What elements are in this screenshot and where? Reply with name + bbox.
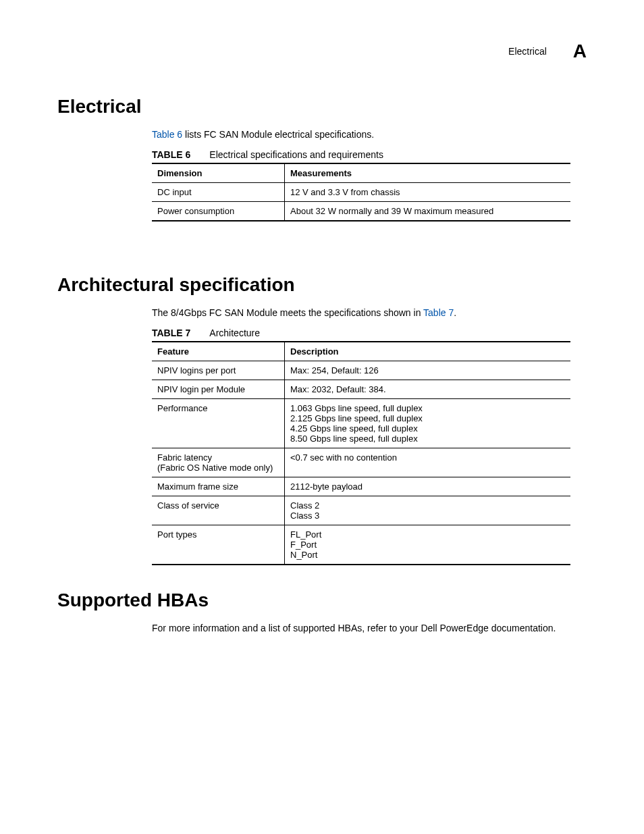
table7-cell: Performance (152, 398, 285, 448)
table6-caption: TABLE 6Electrical specifications and req… (152, 149, 587, 160)
table6-th-measurements: Measurements (285, 163, 571, 183)
table7-cell: NPIV logins per port (152, 361, 285, 380)
table7: Feature Description NPIV logins per port… (152, 341, 570, 565)
table7-cell: Class 2 Class 3 (285, 496, 571, 525)
table-row: Fabric latency (Fabric OS Native mode on… (152, 448, 570, 477)
table-row: Class of service Class 2 Class 3 (152, 496, 570, 525)
table7-cell: 2112-byte payload (285, 477, 571, 496)
table7-th-feature: Feature (152, 342, 285, 361)
appendix-letter: A (573, 41, 587, 61)
heading-electrical: Electrical (57, 96, 587, 118)
table-row: NPIV logins per port Max: 254, Default: … (152, 361, 570, 380)
table7-cell: FL_Port F_Port N_Port (285, 525, 571, 565)
heading-supported-hbas: Supported HBAs (57, 590, 587, 611)
table-row: Performance 1.063 Gbps line speed, full … (152, 398, 570, 448)
table6-cell: 12 V and 3.3 V from chassis (285, 182, 571, 201)
page: Electrical A Electrical Table 6 lists FC… (0, 0, 644, 683)
table-row: NPIV login per Module Max: 2032, Default… (152, 380, 570, 398)
architectural-intro: The 8/4Gbps FC SAN Module meets the spec… (152, 307, 587, 319)
table7-caption: TABLE 7Architecture (152, 328, 587, 338)
table7-cell: Maximum frame size (152, 477, 285, 496)
table-row: Maximum frame size 2112-byte payload (152, 477, 570, 496)
table7-cell: <0.7 sec with no contention (285, 448, 571, 477)
table7-number: TABLE 7 (152, 328, 190, 338)
hbas-text: For more information and a list of suppo… (152, 622, 587, 635)
header-section-label: Electrical (508, 46, 547, 57)
table7-cell: Port types (152, 525, 285, 565)
table6-number: TABLE 6 (152, 149, 190, 160)
table7-cell: 1.063 Gbps line speed, full duplex 2.125… (285, 398, 571, 448)
table6-th-dimension: Dimension (152, 163, 285, 183)
table7-cell: Fabric latency (Fabric OS Native mode on… (152, 448, 285, 477)
table6-title: Electrical specifications and requiremen… (209, 149, 383, 160)
table-row: Power consumption About 32 W normally an… (152, 201, 570, 221)
table6: Dimension Measurements DC input 12 V and… (152, 163, 570, 221)
table7-cell: Max: 2032, Default: 384. (285, 380, 571, 398)
table-row: DC input 12 V and 3.3 V from chassis (152, 182, 570, 201)
table7-cell: Class of service (152, 496, 285, 525)
section-architectural-body: The 8/4Gbps FC SAN Module meets the spec… (152, 307, 587, 565)
table7-cell: Max: 254, Default: 126 (285, 361, 571, 380)
table7-th-description: Description (285, 342, 571, 361)
page-header: Electrical A (57, 41, 587, 62)
table6-cell: About 32 W normally and 39 W maximum mea… (285, 201, 571, 221)
section-electrical-body: Table 6 lists FC SAN Module electrical s… (152, 128, 587, 221)
table6-cell: Power consumption (152, 201, 285, 221)
table7-link[interactable]: Table 7 (423, 307, 454, 318)
architectural-intro-pre: The 8/4Gbps FC SAN Module meets the spec… (152, 307, 423, 318)
table7-title: Architecture (209, 328, 260, 338)
table6-link[interactable]: Table 6 (152, 129, 182, 140)
section-hbas-body: For more information and a list of suppo… (152, 622, 587, 635)
electrical-intro: Table 6 lists FC SAN Module electrical s… (152, 128, 587, 141)
electrical-intro-text: lists FC SAN Module electrical specifica… (182, 129, 374, 140)
table6-cell: DC input (152, 182, 285, 201)
table-row: Port types FL_Port F_Port N_Port (152, 525, 570, 565)
architectural-intro-post: . (454, 307, 456, 318)
table7-cell: NPIV login per Module (152, 380, 285, 398)
heading-architectural: Architectural specification (57, 274, 587, 296)
